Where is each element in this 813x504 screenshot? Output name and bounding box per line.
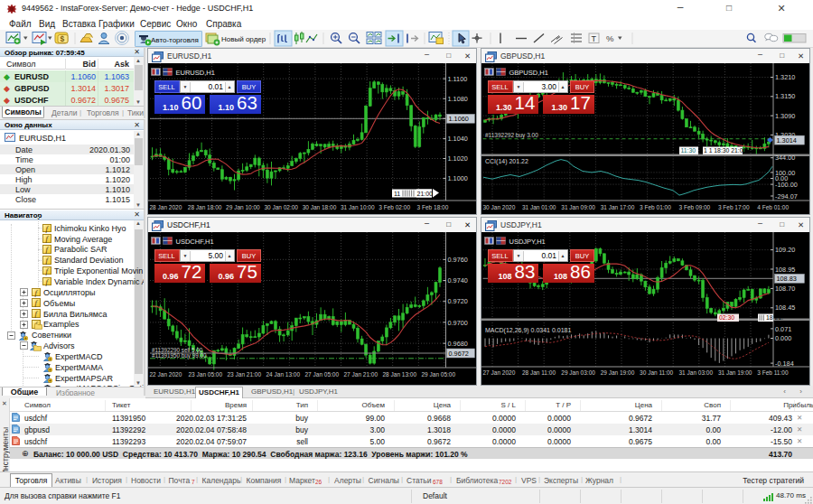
svg-text:108.83: 108.83 bbox=[777, 275, 797, 283]
svg-text:#11392292 buy 3.00: #11392292 buy 3.00 bbox=[485, 132, 538, 139]
svg-text:USDCHF,H1: USDCHF,H1 bbox=[176, 238, 214, 246]
svg-text:21:00: 21:00 bbox=[417, 191, 434, 197]
svg-text:27 Jan 21:00: 27 Jan 21:00 bbox=[344, 371, 378, 378]
svg-text:-100.00: -100.00 bbox=[775, 181, 798, 189]
svg-text:3 Feb 02:00: 3 Feb 02:00 bbox=[378, 204, 410, 210]
svg-text:22 Jan 2020: 22 Jan 2020 bbox=[150, 371, 182, 378]
svg-text:30 Jan 11:00: 30 Jan 11:00 bbox=[640, 369, 673, 376]
svg-text:1.1060: 1.1060 bbox=[449, 115, 469, 123]
svg-text:27 Jan 2020: 27 Jan 2020 bbox=[483, 369, 516, 376]
svg-text:1.1020: 1.1020 bbox=[448, 154, 468, 163]
svg-text:3 Feb 18:00: 3 Feb 18:00 bbox=[417, 204, 449, 210]
svg-text:0.000: 0.000 bbox=[775, 334, 791, 342]
svg-text:31 Jan 10:00: 31 Jan 10:00 bbox=[341, 204, 375, 210]
svg-text:%: % bbox=[606, 33, 614, 43]
svg-text:28 Jan 18:00: 28 Jan 18:00 bbox=[188, 204, 222, 210]
svg-text:USDJPY,H1: USDJPY,H1 bbox=[509, 238, 546, 246]
svg-text:30 Jan 18:00: 30 Jan 18:00 bbox=[303, 204, 337, 210]
svg-text:#11391950 buy 99.00: #11391950 buy 99.00 bbox=[152, 352, 207, 359]
svg-text:31 Jan 17:00: 31 Jan 17:00 bbox=[601, 204, 635, 210]
svg-text:0.9672: 0.9672 bbox=[449, 350, 469, 358]
svg-text:0.9740: 0.9740 bbox=[448, 276, 468, 285]
svg-text:1.3014: 1.3014 bbox=[777, 136, 797, 145]
svg-text:31 Jan 19:00: 31 Jan 19:00 bbox=[718, 369, 752, 376]
svg-text:344.00: 344.00 bbox=[775, 154, 795, 162]
svg-text:1.3090: 1.3090 bbox=[775, 112, 795, 120]
svg-text:28 Jan 2020: 28 Jan 2020 bbox=[150, 204, 182, 210]
svg-text:27 Jan 05:00: 27 Jan 05:00 bbox=[305, 371, 340, 378]
svg-text:24 Jan 13:00: 24 Jan 13:00 bbox=[266, 371, 301, 378]
svg-text:-0.184: -0.184 bbox=[775, 359, 794, 368]
svg-text:0.9760: 0.9760 bbox=[448, 256, 468, 264]
svg-text:1.1100: 1.1100 bbox=[448, 75, 468, 83]
svg-text:0.9680: 0.9680 bbox=[448, 340, 468, 348]
svg-text:31 Jan 03:00: 31 Jan 03:00 bbox=[679, 369, 714, 376]
svg-text:108.70: 108.70 bbox=[775, 285, 795, 293]
svg-text:31 Jan 01:00: 31 Jan 01:00 bbox=[522, 204, 556, 210]
svg-text:0.9720: 0.9720 bbox=[448, 297, 468, 305]
svg-text:29 Jan 10:00: 29 Jan 10:00 bbox=[226, 204, 260, 210]
svg-text:4 Feb 01:00: 4 Feb 01:00 bbox=[757, 204, 789, 210]
svg-text:31 Jan 09:00: 31 Jan 09:00 bbox=[561, 204, 595, 210]
svg-text:CCI(14) 201.22: CCI(14) 201.22 bbox=[485, 158, 528, 165]
svg-text:29 Jan 05:00: 29 Jan 05:00 bbox=[422, 371, 456, 378]
svg-text:11:30: 11:30 bbox=[681, 147, 696, 154]
svg-text:1.1000: 1.1000 bbox=[448, 174, 468, 182]
svg-text:0.9700: 0.9700 bbox=[448, 319, 468, 327]
svg-text:1.1080: 1.1080 bbox=[448, 95, 468, 103]
svg-text:T: T bbox=[592, 34, 597, 43]
svg-text:109.20: 109.20 bbox=[775, 246, 795, 254]
svg-text:3 Feb 17:00: 3 Feb 17:00 bbox=[718, 204, 750, 210]
svg-text:3 Feb 11:00: 3 Feb 11:00 bbox=[757, 369, 789, 376]
svg-text:1.1040: 1.1040 bbox=[448, 135, 468, 143]
svg-text:29 Jan 19:00: 29 Jan 19:00 bbox=[601, 369, 635, 376]
svg-text:28 Jan 11:00: 28 Jan 11:00 bbox=[522, 369, 556, 376]
svg-text:EURUSD,H1: EURUSD,H1 bbox=[176, 69, 215, 77]
svg-text:1.3150: 1.3150 bbox=[775, 92, 795, 100]
svg-text:108.95: 108.95 bbox=[775, 266, 795, 274]
svg-text:30 Jan 2020: 30 Jan 2020 bbox=[483, 204, 516, 210]
svg-text:1.3210: 1.3210 bbox=[775, 73, 795, 81]
svg-text:0.071: 0.071 bbox=[775, 325, 791, 333]
svg-text:23 Jan 21:00: 23 Jan 21:00 bbox=[228, 371, 262, 378]
svg-text:3 Feb 09:00: 3 Feb 09:00 bbox=[679, 204, 711, 210]
svg-text:18 21:: 18 21: bbox=[766, 314, 783, 321]
svg-text:GBPUSD,H1: GBPUSD,H1 bbox=[509, 69, 548, 77]
svg-text:23 Jan 05:00: 23 Jan 05:00 bbox=[189, 371, 223, 378]
svg-text:108.45: 108.45 bbox=[775, 303, 795, 312]
svg-text:28 Jan 13:00: 28 Jan 13:00 bbox=[383, 371, 417, 378]
svg-text:29 Jan 03:00: 29 Jan 03:00 bbox=[561, 369, 595, 376]
svg-text:11: 11 bbox=[394, 191, 400, 197]
svg-text:1 1 18:30 21:00: 1 1 18:30 21:00 bbox=[704, 147, 746, 154]
svg-text:30 Jan 02:00: 30 Jan 02:00 bbox=[264, 204, 298, 210]
svg-text:-294.07: -294.07 bbox=[775, 192, 798, 201]
svg-text:02:30: 02:30 bbox=[719, 314, 734, 321]
svg-text:MACD(12,26,9) 0.0341 0.0181: MACD(12,26,9) 0.0341 0.0181 bbox=[485, 327, 571, 334]
svg-text:3 Feb 01:00: 3 Feb 01:00 bbox=[640, 204, 671, 210]
